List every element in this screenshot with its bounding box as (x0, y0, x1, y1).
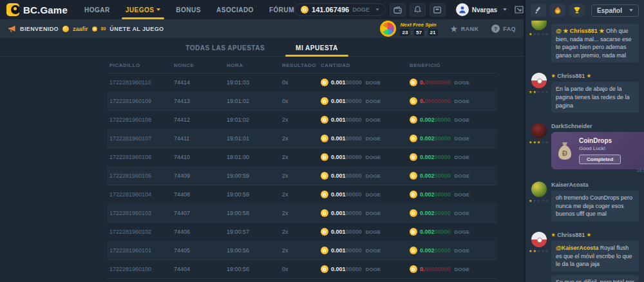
nav-item-asociado[interactable]: ASOCIADO (216, 0, 254, 19)
balance-currency: DOGE (352, 6, 370, 13)
hot-games-button[interactable] (550, 4, 565, 17)
table-row[interactable]: 1722281960104 74408 19:00:59 2x Đ0.00100… (107, 185, 497, 204)
faq-button[interactable]: ? FAQ (491, 24, 516, 33)
contest-button[interactable] (569, 4, 585, 17)
mention[interactable]: @KaiserAcosta (556, 245, 598, 251)
doge-coin-icon: Đ (321, 172, 328, 180)
chat-username[interactable]: KaiserAcosta (551, 21, 639, 21)
table-row[interactable]: 1722281960103 74407 19:00:58 2x Đ0.00100… (107, 204, 497, 223)
doge-coin-icon: Đ (410, 191, 417, 198)
table-row[interactable]: 1722281960102 74406 19:00:57 2x Đ0.00100… (107, 223, 497, 241)
doge-coin-icon: Đ (410, 135, 417, 142)
chat-bubble: oh tremendo CounDrops pero nunca me deja… (551, 191, 639, 221)
notifications-button[interactable] (410, 3, 426, 17)
chat-rules-button[interactable] (531, 4, 546, 17)
table-row[interactable]: 1722281960105 74409 19:00:59 2x Đ0.00100… (107, 167, 497, 185)
star-icon: ★ (551, 232, 555, 238)
user-level-stars: ★★★★★ (529, 199, 549, 203)
doge-coin-icon: Đ (410, 116, 417, 124)
chat-bubble: Se que es difícil ,pero total por probar (551, 275, 639, 282)
mention[interactable]: @ ★ Chriss881 ★ (556, 28, 604, 34)
chat-username[interactable]: DarkSchneider (551, 123, 639, 129)
doge-coin-icon: Đ (321, 79, 328, 86)
table-row[interactable]: 1722281960107 74411 19:01:01 2x Đ0.00100… (107, 129, 497, 148)
join-game-cta[interactable]: ÚNETE AL JUEGO (109, 26, 164, 32)
chat-message: ★★★★★ KaiserAcosta @ ★ Chriss881 ★ Ohh q… (531, 21, 639, 66)
doge-coin-icon: Đ (410, 247, 417, 254)
announcement-right: Next Free Spin 23:57:21 ★ RANK ? FAQ (380, 21, 516, 37)
bets-section: TODAS LAS APUESTAS MI APUESTA PICADILLO … (0, 38, 524, 282)
user-menu[interactable]: Nvargas (456, 3, 507, 16)
doge-coin-icon: Đ (301, 6, 308, 14)
nav-item-bonus[interactable]: BONUS (176, 0, 201, 19)
doge-coin-icon: Đ (321, 209, 328, 217)
chat-message: ★★★★★ ★Chriss881★ En la parte de abajo d… (531, 73, 639, 116)
table-row[interactable]: 1722281960108 74412 19:01:02 2x Đ0.00100… (107, 111, 497, 129)
doge-coin-icon: Đ (410, 172, 417, 180)
main-nav: HOGAR JUEGOS BONUS ASOCIADO FÓRUM (84, 0, 294, 19)
table-row[interactable]: 1722281960106 74410 19:01:00 2x Đ0.00100… (107, 148, 497, 167)
star-icon: ★ (451, 25, 458, 33)
coindrops-subtitle: Good Luck! (579, 146, 605, 151)
nav-item-juegos[interactable]: JUEGOS (126, 0, 161, 19)
pencil-icon (535, 6, 542, 14)
wallet-icon (393, 6, 402, 14)
user-level-stars: ★★★★★ (529, 140, 549, 144)
chat-message: ★★★★★ KaiserAcosta oh tremendo CounDrops… (531, 182, 639, 225)
chat-username[interactable]: ★Chriss881★ (551, 73, 639, 79)
coindrops-card[interactable]: Đ CoinDrops Good Luck! Completed (551, 132, 644, 169)
chat-language-selector[interactable]: Español (591, 5, 639, 17)
wallet-button[interactable] (390, 3, 406, 17)
chat-username[interactable]: ★Chriss881★ (551, 232, 591, 238)
timer-seconds: 21 (428, 29, 438, 36)
header-hash: PICADILLO (107, 62, 171, 68)
free-spin-widget[interactable]: Next Free Spin 23:57:21 (380, 21, 437, 37)
money-bag-icon: Đ (556, 141, 573, 160)
question-mark-icon: ? (491, 24, 500, 33)
chat-collapse-icon (515, 6, 524, 14)
bc-game-logo[interactable]: BC.Game (6, 3, 68, 16)
table-row[interactable]: 1722281960101 74405 19:00:56 2x Đ0.00100… (107, 241, 497, 260)
balance-amount: 141.067496 (312, 6, 349, 14)
table-row[interactable]: 1722281960100 74404 19:00:56 0x Đ0.00100… (107, 260, 497, 279)
nav-item-hogar[interactable]: HOGAR (84, 0, 110, 19)
doge-coin-icon: Đ (410, 228, 417, 236)
avatar[interactable] (531, 21, 547, 30)
vault-icon (433, 6, 441, 14)
chat-message-list[interactable]: ★★★★★ KaiserAcosta @ ★ Chriss881 ★ Ohh q… (526, 21, 644, 282)
rank-button[interactable]: ★ RANK (451, 25, 479, 33)
header-time: HORA (224, 62, 279, 68)
doge-coin-icon: Đ (410, 153, 417, 161)
user-avatar (456, 3, 469, 16)
header-right-controls: Đ 141.067496 DOGE N (294, 3, 527, 17)
spin-wheel-icon (380, 21, 396, 37)
top-navigation-bar: BC.Game HOGAR JUEGOS BONUS ASOCIADO FÓRU… (0, 0, 524, 19)
balance-selector[interactable]: Đ 141.067496 DOGE (294, 3, 386, 16)
announced-username[interactable]: zaafir (73, 26, 88, 32)
bets-table: PICADILLO NONCE HORA RESULTADO CANTIDAD … (107, 57, 497, 279)
main-area: BC.Game HOGAR JUEGOS BONUS ASOCIADO FÓRU… (0, 0, 524, 282)
doge-coin-icon: Đ (410, 265, 417, 273)
vault-button[interactable] (430, 3, 446, 17)
coindrops-title: CoinDrops (579, 137, 612, 144)
doge-coin-icon: Đ (321, 116, 328, 124)
table-header-row: PICADILLO NONCE HORA RESULTADO CANTIDAD … (107, 57, 497, 73)
tab-all-bets[interactable]: TODAS LAS APUESTAS (184, 40, 266, 56)
coin-emoji-icon (62, 26, 69, 32)
avatar[interactable] (531, 123, 547, 138)
avatar[interactable] (531, 73, 547, 88)
tab-my-bet[interactable]: MI APUESTA (294, 40, 339, 56)
megaphone-icon (8, 25, 16, 33)
chevron-down-icon (503, 8, 507, 11)
nav-item-forum[interactable]: FÓRUM (269, 0, 294, 19)
table-row[interactable]: 1722281960110 74414 19:01:03 0x Đ0.00100… (107, 73, 497, 92)
doge-coin-icon: Đ (410, 79, 417, 86)
avatar[interactable] (531, 232, 547, 247)
chat-username[interactable]: KaiserAcosta (551, 182, 639, 188)
coindrops-completed-button[interactable]: Completed (579, 155, 621, 164)
table-row[interactable]: 1722281960109 74413 19:01:02 0x Đ0.00100… (107, 92, 497, 111)
doge-coin-icon: Đ (321, 265, 328, 273)
avatar[interactable] (531, 182, 547, 197)
chat-message: ★★★★★ DarkSchneider Đ CoinDrops Good Luc… (531, 123, 639, 174)
header-profit: BENEFICIÓ (407, 62, 497, 68)
